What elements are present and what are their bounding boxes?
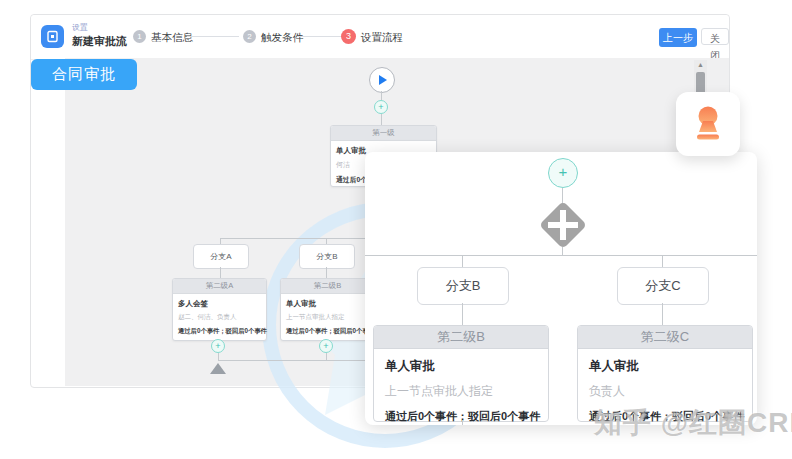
node-card-level2b[interactable]: 第二级B 单人审批 上一节点审批人指定 通过后0个事件；驳回后0个事件	[373, 325, 549, 422]
node-approval-type: 单人审批	[385, 358, 537, 375]
branch-c-node[interactable]: 分支C	[617, 267, 709, 305]
watermark-text: 知乎 @红圈CRM	[594, 404, 792, 442]
node-approval-type: 单人审批	[589, 358, 741, 375]
step-connector	[297, 36, 343, 37]
step-3-circle[interactable]: 3	[341, 29, 356, 44]
branch-c-label: 分支C	[645, 277, 680, 295]
node-card-title: 第二级C	[578, 326, 752, 349]
window-header: 设置 新建审批流 1 基本信息 2 触发条件 3 设置流程 上一步 关闭	[31, 15, 729, 60]
connector-line	[462, 303, 463, 325]
branch-b-label: 分支B	[446, 277, 481, 295]
step-1-label: 基本信息	[151, 31, 193, 45]
close-button[interactable]: 关闭	[701, 28, 729, 45]
header-subtitle: 设置	[72, 22, 88, 33]
connector-line	[462, 420, 463, 425]
stamp-icon	[690, 105, 726, 143]
node-assignee: 负责人	[589, 383, 741, 400]
step-connector	[187, 36, 239, 37]
step-2-circle[interactable]: 2	[243, 30, 256, 43]
connector-line	[662, 255, 663, 267]
gateway-plus-icon	[560, 210, 566, 240]
page-title: 新建审批流	[72, 34, 127, 49]
node-events: 通过后0个事件；驳回后0个事件	[385, 409, 537, 424]
stamp-card[interactable]	[676, 92, 740, 156]
connector-line	[462, 255, 463, 267]
node-assignee: 上一节点审批人指定	[385, 383, 537, 400]
clipboard-icon	[41, 25, 64, 48]
branch-b-node[interactable]: 分支B	[417, 267, 509, 305]
branch-split-line	[365, 255, 757, 256]
add-node-icon[interactable]: +	[548, 158, 578, 188]
connector-line	[562, 247, 563, 255]
zoom-detail-panel: + 分支B 分支C 第二级B 单人审批 上一节点审批人指定 通过后0个事件；驳回…	[365, 152, 757, 425]
prev-step-button[interactable]: 上一步	[659, 28, 697, 47]
step-3-label: 设置流程	[361, 31, 403, 45]
connector-line	[662, 303, 663, 325]
step-1-circle[interactable]: 1	[133, 30, 146, 43]
step-2-label: 触发条件	[261, 31, 303, 45]
flow-name-label: 合同审批	[31, 59, 137, 90]
scroll-up-icon[interactable]: ▲	[694, 61, 707, 68]
node-card-title: 第二级B	[374, 326, 548, 349]
